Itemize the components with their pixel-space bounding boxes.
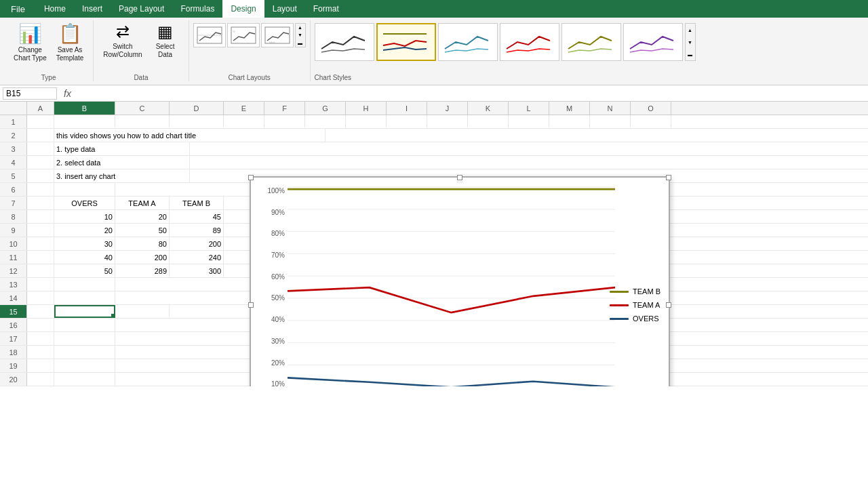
cell-c10[interactable]: 80 <box>115 237 170 250</box>
col-header-n[interactable]: N <box>590 102 631 115</box>
cell-b11[interactable]: 40 <box>54 251 115 264</box>
cell-d11[interactable]: 240 <box>170 251 224 264</box>
chart-style-1-button[interactable] <box>315 23 374 61</box>
col-header-o[interactable]: O <box>631 102 671 115</box>
col-header-h[interactable]: H <box>346 102 387 115</box>
cell-a15[interactable] <box>27 305 54 318</box>
cell-b5[interactable]: 3. insert any chart <box>54 169 190 182</box>
cell-b1[interactable] <box>54 115 115 128</box>
chart-style-4-button[interactable] <box>500 23 559 61</box>
cell-b19[interactable] <box>54 359 115 372</box>
cell-c12[interactable]: 289 <box>115 264 170 277</box>
cell-b3[interactable]: 1. type data <box>54 142 190 155</box>
cell-b2[interactable]: this video shows you how to add chart ti… <box>54 129 326 142</box>
formulas-menu[interactable]: Formulas <box>172 0 222 18</box>
cell-c15[interactable] <box>115 305 170 318</box>
chart-style-3-button[interactable] <box>438 23 498 61</box>
cell-a19[interactable] <box>27 359 54 372</box>
cell-b8[interactable]: 10 <box>54 210 115 223</box>
cell-k1[interactable] <box>468 115 509 128</box>
page-layout-menu[interactable]: Page Layout <box>111 0 172 18</box>
layout-2-button[interactable]: % <box>227 23 260 47</box>
col-header-a[interactable]: A <box>27 102 54 115</box>
col-header-c[interactable]: C <box>115 102 170 115</box>
format-menu[interactable]: Format <box>305 0 347 18</box>
cell-b17[interactable] <box>54 332 115 345</box>
col-header-k[interactable]: K <box>468 102 509 115</box>
file-menu[interactable]: File <box>0 0 36 18</box>
cell-b20[interactable] <box>54 373 115 386</box>
col-header-m[interactable]: M <box>549 102 590 115</box>
layout-more-button[interactable]: ▲ ▼ ▬ <box>295 23 306 47</box>
cell-b4[interactable]: 2. select data <box>54 156 190 169</box>
cell-d9[interactable]: 89 <box>170 224 224 237</box>
cell-b12[interactable]: 50 <box>54 264 115 277</box>
cell-g1[interactable] <box>305 115 346 128</box>
cell-a6[interactable] <box>27 183 54 196</box>
cell-a12[interactable] <box>27 264 54 277</box>
col-header-g[interactable]: G <box>305 102 346 115</box>
insert-menu[interactable]: Insert <box>74 0 111 18</box>
cell-a1[interactable] <box>27 115 54 128</box>
layout-1-button[interactable] <box>193 23 226 47</box>
col-header-j[interactable]: J <box>427 102 468 115</box>
cell-a2[interactable] <box>27 129 54 142</box>
cell-a11[interactable] <box>27 251 54 264</box>
layout-3-button[interactable]: label <box>261 23 294 47</box>
cell-a10[interactable] <box>27 237 54 250</box>
cell-m1[interactable] <box>549 115 590 128</box>
col-header-d[interactable]: D <box>170 102 224 115</box>
select-data-button[interactable]: ▦ SelectData <box>148 20 183 61</box>
save-as-template-button[interactable]: 📋 Save AsTemplate <box>52 20 88 64</box>
cell-o1[interactable] <box>631 115 671 128</box>
cell-d12[interactable]: 300 <box>170 264 224 277</box>
cell-c7[interactable]: TEAM A <box>115 197 170 209</box>
cell-d7[interactable]: TEAM B <box>170 197 224 209</box>
cell-a8[interactable] <box>27 210 54 223</box>
col-header-e[interactable]: E <box>224 102 264 115</box>
col-header-b[interactable]: B <box>54 102 115 115</box>
home-menu[interactable]: Home <box>36 0 74 18</box>
cell-a9[interactable] <box>27 224 54 237</box>
cell-a7[interactable] <box>27 197 54 209</box>
design-menu[interactable]: Design <box>222 0 264 18</box>
chart-style-more-button[interactable]: ▲ ▼ ▬ <box>685 23 696 61</box>
cell-a3[interactable] <box>27 142 54 155</box>
change-chart-type-button[interactable]: 📊 ChangeChart Type <box>9 20 51 64</box>
cell-b6[interactable] <box>54 183 115 196</box>
cell-b13[interactable] <box>54 278 115 291</box>
cell-c11[interactable]: 200 <box>115 251 170 264</box>
cell-a5[interactable] <box>27 169 54 182</box>
cell-h1[interactable] <box>346 115 387 128</box>
cell-a14[interactable] <box>27 291 54 304</box>
chart-style-2-button[interactable] <box>376 23 436 61</box>
layout-menu[interactable]: Layout <box>264 0 305 18</box>
cell-b7[interactable]: OVERS <box>54 197 115 209</box>
switch-row-column-button[interactable]: ⇄ SwitchRow/Column <box>99 20 146 61</box>
cell-n1[interactable] <box>590 115 631 128</box>
cell-d10[interactable]: 200 <box>170 237 224 250</box>
formula-input[interactable] <box>78 89 865 98</box>
chart-style-6-button[interactable] <box>623 23 683 61</box>
cell-b9[interactable]: 20 <box>54 224 115 237</box>
cell-a18[interactable] <box>27 346 54 359</box>
cell-b18[interactable] <box>54 346 115 359</box>
cell-a20[interactable] <box>27 373 54 386</box>
cell-b14[interactable] <box>54 291 115 304</box>
cell-f1[interactable] <box>264 115 305 128</box>
cell-a17[interactable] <box>27 332 54 345</box>
cell-d1[interactable] <box>170 115 224 128</box>
cell-a13[interactable] <box>27 278 54 291</box>
col-header-f[interactable]: F <box>264 102 305 115</box>
col-header-l[interactable]: L <box>509 102 549 115</box>
cell-b16[interactable] <box>54 319 115 331</box>
cell-c1[interactable] <box>115 115 170 128</box>
cell-b10[interactable]: 30 <box>54 237 115 250</box>
cell-d8[interactable]: 45 <box>170 210 224 223</box>
cell-c8[interactable]: 20 <box>115 210 170 223</box>
cell-c9[interactable]: 50 <box>115 224 170 237</box>
chart-overlay[interactable]: ···· ···· 100% 90% 80% 70% 60% 50% 40% 3… <box>250 176 670 386</box>
cell-reference-box[interactable]: B15 <box>3 87 57 100</box>
col-header-i[interactable]: I <box>387 102 427 115</box>
cell-e1[interactable] <box>224 115 264 128</box>
